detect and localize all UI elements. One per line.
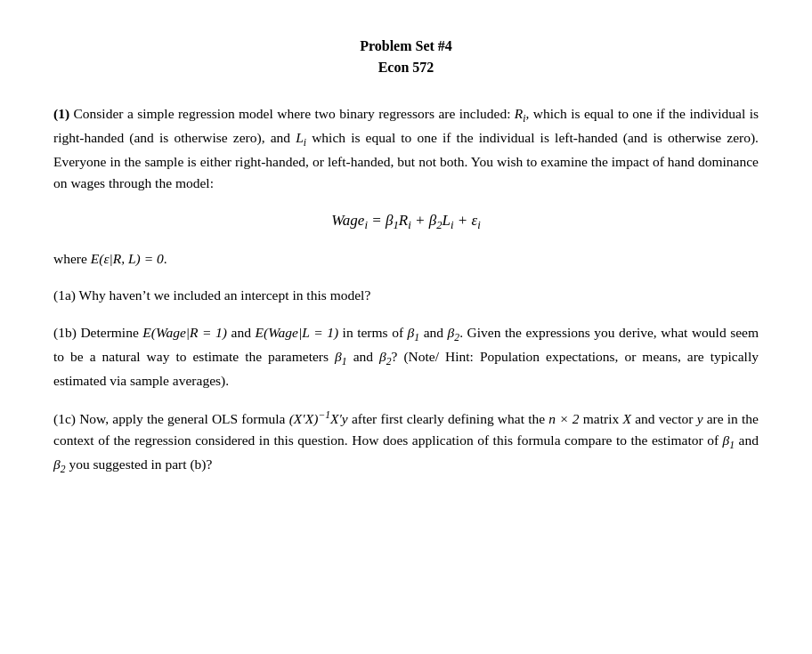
header-title-line2: Econ 572 [53, 57, 759, 78]
document-header: Problem Set #4 Econ 572 [53, 36, 759, 78]
problem-number: (1) [53, 106, 69, 121]
where-condition: where E(ε|R, L) = 0. [53, 251, 759, 267]
part-1a: (1a) Why haven’t we included an intercep… [53, 285, 759, 306]
problem1-text: Consider a simple regression model where… [53, 106, 759, 190]
part-1c-text: Now, apply the general OLS formula (X′X)… [53, 411, 759, 472]
part-1c-label: (1c) [53, 411, 76, 426]
part-1a-label: (1a) [53, 287, 76, 303]
part-1b-label: (1b) [53, 325, 77, 340]
equation-text: Wagei = β1Ri + β2Li + εi [331, 212, 481, 229]
part-1a-text: Why haven’t we included an intercept in … [79, 287, 371, 303]
part-1b: (1b) Determine E(Wage|R = 1) and E(Wage|… [53, 322, 759, 392]
header-title-line1: Problem Set #4 [53, 36, 759, 57]
part-1c: (1c) Now, apply the general OLS formula … [53, 408, 759, 478]
problem1-intro: (1) Consider a simple regression model w… [53, 103, 759, 194]
wage-equation: Wagei = β1Ri + β2Li + εi [53, 212, 759, 232]
page-container: Problem Set #4 Econ 572 (1) Consider a s… [53, 36, 759, 478]
part-1b-text: Determine E(Wage|R = 1) and E(Wage|L = 1… [53, 325, 759, 388]
